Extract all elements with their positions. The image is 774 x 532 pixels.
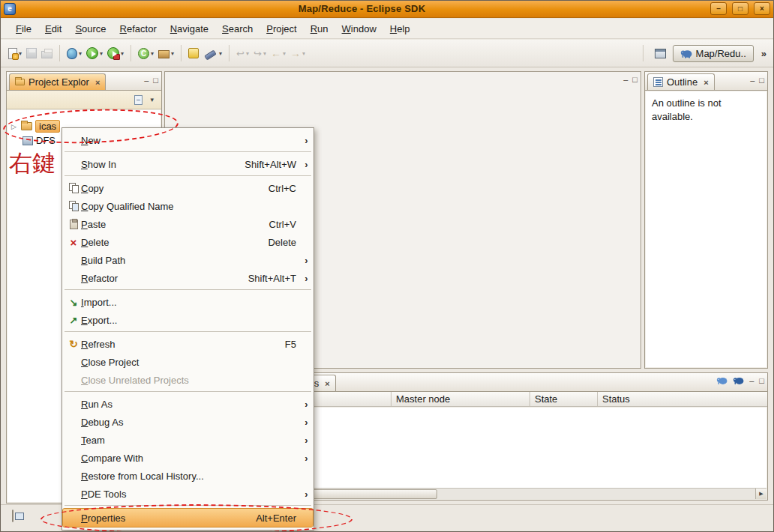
menu-search[interactable]: Search <box>215 20 260 37</box>
menu-item-export[interactable]: ↗ Export... <box>63 311 313 329</box>
debug-bug-icon <box>67 48 77 59</box>
dropdown-caret-icon: ▾ <box>19 50 22 57</box>
save-button[interactable] <box>24 46 39 60</box>
forward-button[interactable]: → ▾ <box>288 46 308 61</box>
project-folder-icon <box>21 122 32 130</box>
menu-item-new[interactable]: New › <box>63 131 313 149</box>
back-button[interactable]: ← ▾ <box>268 46 288 61</box>
menu-item-build-path[interactable]: Build Path › <box>63 251 313 269</box>
scroll-right-button[interactable]: ▶ <box>755 489 766 499</box>
collapse-all-icon[interactable]: − <box>134 95 143 105</box>
menu-window[interactable]: Window <box>335 20 383 37</box>
column-status[interactable]: Status <box>598 392 767 406</box>
toolbar-separator <box>229 45 230 61</box>
dropdown-caret-icon: ▾ <box>263 50 266 57</box>
panel-header-buttons: – □ <box>144 76 158 85</box>
last-edit-location-button[interactable]: ↩ ▾ <box>234 46 251 61</box>
menu-item-debug-as[interactable]: Debug As › <box>63 413 313 431</box>
dropdown-caret-icon: ▾ <box>219 50 222 57</box>
search-button[interactable]: ▾ <box>201 47 224 59</box>
menu-source[interactable]: Source <box>68 20 112 37</box>
tab-outline[interactable]: Outline × <box>647 73 715 90</box>
menu-navigate[interactable]: Navigate <box>164 20 215 37</box>
window-close-button[interactable]: × <box>754 2 770 15</box>
open-perspective-button[interactable] <box>652 47 668 60</box>
menu-refactor[interactable]: Refactor <box>113 20 164 37</box>
menu-item-shortcut: Alt+Enter <box>256 513 296 524</box>
menu-item-paste[interactable]: Paste Ctrl+V <box>63 215 313 233</box>
new-package-button[interactable]: ▾ <box>156 46 176 60</box>
menu-item-team[interactable]: Team › <box>63 431 313 449</box>
view-menu-icon[interactable]: ▾ <box>150 96 154 103</box>
column-state[interactable]: State <box>530 392 598 406</box>
close-icon[interactable]: × <box>704 78 708 87</box>
eclipse-app-icon <box>4 3 16 15</box>
search-flashlight-icon <box>204 50 216 61</box>
menu-item-copy-qualified-name[interactable]: Copy Qualified Name <box>63 197 313 215</box>
menu-item-refactor[interactable]: Refactor Shift+Alt+T › <box>63 269 313 287</box>
dropdown-caret-icon: ▾ <box>302 50 305 57</box>
minimize-panel-icon[interactable]: – <box>750 76 754 85</box>
menu-item-run-as[interactable]: Run As › <box>63 395 313 413</box>
print-icon <box>41 51 52 58</box>
menu-item-shortcut: Ctrl+C <box>268 183 296 194</box>
package-icon <box>158 50 170 58</box>
menu-help[interactable]: Help <box>383 20 417 37</box>
menu-item-label: Close Unrelated Projects <box>81 375 296 386</box>
menu-project[interactable]: Project <box>260 20 303 37</box>
toolbar-separator <box>59 45 60 61</box>
menu-item-copy[interactable]: Copy Ctrl+C <box>63 179 313 197</box>
close-icon[interactable]: × <box>325 379 329 388</box>
perspective-overflow-chevron[interactable]: » <box>761 48 766 59</box>
close-icon[interactable]: × <box>95 78 100 87</box>
java-class-icon <box>138 48 149 59</box>
menu-item-properties[interactable]: Properties Alt+Enter <box>63 509 313 527</box>
fast-view-icon[interactable] <box>12 510 14 522</box>
twisty-icon[interactable]: ▷ <box>11 123 18 130</box>
menu-item-close-project[interactable]: Close Project <box>63 353 313 371</box>
dropdown-caret-icon: ▾ <box>79 50 82 57</box>
menu-item-import[interactable]: ↘ Import... <box>63 293 313 311</box>
submenu-arrow-icon: › <box>302 417 310 428</box>
main-toolbar: ▾ ▾ ▾ ▾ ▾ ▾ ▾ ↩ ▾ ↪ ▾ ← <box>0 40 774 67</box>
menu-item-refresh[interactable]: ↻ Refresh F5 <box>63 335 313 353</box>
menu-file[interactable]: File <box>9 20 38 37</box>
copy-qualified-name-icon <box>69 201 79 211</box>
maximize-panel-icon[interactable]: □ <box>759 76 764 85</box>
window-maximize-button[interactable]: □ <box>732 2 748 15</box>
menu-edit[interactable]: Edit <box>38 20 68 37</box>
hadoop-location-icon[interactable] <box>733 376 744 385</box>
window-minimize-button[interactable]: – <box>710 2 727 15</box>
menu-item-pde-tools[interactable]: PDE Tools › <box>63 485 313 503</box>
new-wizard-button[interactable]: ▾ <box>6 46 24 61</box>
menu-item-label: Delete <box>81 237 268 248</box>
redo-arrow-icon: ↪ <box>254 48 262 59</box>
maximize-panel-icon[interactable]: □ <box>759 376 764 385</box>
open-element-button[interactable] <box>186 46 201 60</box>
menu-run[interactable]: Run <box>304 20 335 37</box>
menu-separator <box>64 505 311 506</box>
menu-item-delete[interactable]: × Delete Delete <box>63 233 313 251</box>
menu-item-show-in[interactable]: Show In Shift+Alt+W › <box>63 155 313 173</box>
menu-item-restore-from-local-history[interactable]: Restore from Local History... <box>63 467 313 485</box>
debug-button[interactable]: ▾ <box>64 46 84 61</box>
perspective-mapreduce-button[interactable]: Map/Redu.. <box>673 45 754 62</box>
minimize-panel-icon[interactable]: – <box>749 376 754 385</box>
maximize-panel-icon[interactable]: □ <box>632 75 638 84</box>
column-master-node[interactable]: Master node <box>392 392 530 406</box>
save-icon <box>26 48 37 58</box>
next-edit-location-button[interactable]: ↪ ▾ <box>251 46 268 61</box>
new-java-class-button[interactable]: ▾ <box>136 46 156 61</box>
refresh-icon: ↻ <box>66 338 81 350</box>
minimize-panel-icon[interactable]: – <box>623 75 628 84</box>
menu-item-compare-with[interactable]: Compare With › <box>63 449 313 467</box>
new-hadoop-location-icon[interactable] <box>716 376 728 385</box>
tab-project-explorer[interactable]: Project Explor × <box>9 73 106 90</box>
submenu-arrow-icon: › <box>302 135 310 146</box>
external-tools-button[interactable]: ▾ <box>105 46 126 61</box>
menu-item-label: Restore from Local History... <box>81 471 296 482</box>
print-button[interactable] <box>39 46 55 60</box>
maximize-panel-icon[interactable]: □ <box>153 76 158 85</box>
run-button[interactable]: ▾ <box>84 46 105 61</box>
minimize-panel-icon[interactable]: – <box>144 76 148 85</box>
